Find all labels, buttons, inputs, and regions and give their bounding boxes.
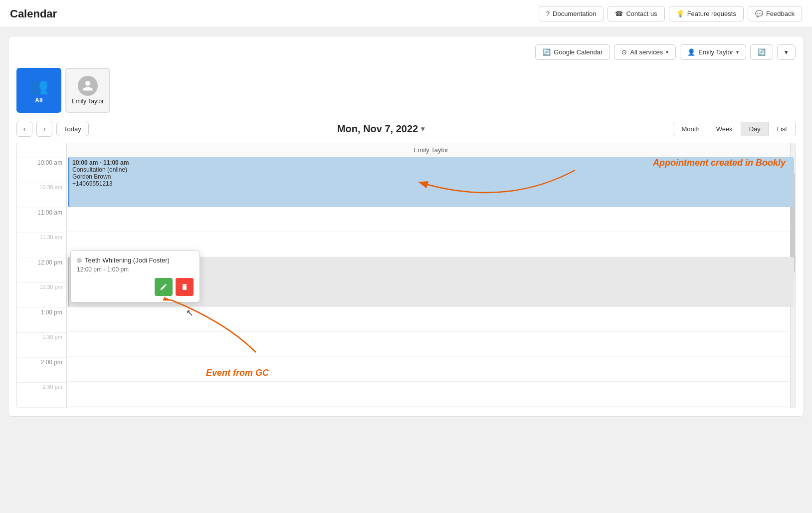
tooltip-edit-button[interactable] <box>155 278 173 296</box>
help-icon: ? <box>546 10 550 17</box>
contact-icon: ☎ <box>615 10 623 17</box>
all-services-button[interactable]: ⊙ All services ▾ <box>614 44 676 60</box>
main-wrapper: 🔄 Google Calendar ⊙ All services ▾ 👤 Emi… <box>0 28 812 513</box>
top-bar: Calendar ? Documentation ☎ Contact us 💡 … <box>0 0 812 28</box>
chevron-down-icon: ▾ <box>666 49 668 55</box>
appt1-service: Consultation (online) <box>72 166 791 173</box>
time-1100: 11:00 am <box>17 208 66 233</box>
time-1230: 12:30 pm <box>17 283 66 308</box>
appt1-client: Gordon Brown <box>72 173 791 180</box>
chevron-down-icon-2: ▾ <box>736 49 739 55</box>
top-bar-actions: ? Documentation ☎ Contact us 💡 Feature r… <box>539 6 802 21</box>
time-1430: 2:30 pm <box>17 383 66 408</box>
time-1130: 11:30 am <box>17 233 66 258</box>
feedback-button[interactable]: 💬 Feedback <box>748 6 802 21</box>
appointment-tooltip: Teeth Whitening (Jodi Foster) 12:00 pm -… <box>70 250 200 302</box>
prev-button[interactable]: ‹ <box>16 121 32 137</box>
app-title: Calendar <box>10 7 57 20</box>
more-button[interactable]: ▾ <box>777 44 796 60</box>
tooltip-delete-button[interactable] <box>176 278 194 296</box>
trash-icon <box>181 283 189 291</box>
emily-taylor-top-button[interactable]: 👤 Emily Taylor ▾ <box>680 44 746 60</box>
edit-icon <box>160 283 168 291</box>
lightbulb-icon: 💡 <box>676 10 684 17</box>
row-1300[interactable] <box>67 307 795 332</box>
chat-icon: 💬 <box>755 10 763 17</box>
calendar-container: 10:00 am 10:30 am 11:00 am 11:30 am 12:0… <box>16 143 796 408</box>
nav-left: ‹ › Today <box>16 121 89 137</box>
calendar-toolbar-top: 🔄 Google Calendar ⊙ All services ▾ 👤 Emi… <box>16 44 796 60</box>
circle-dot-icon: ⊙ <box>621 48 627 56</box>
refresh-icon: 🔄 <box>758 48 766 56</box>
next-button[interactable]: › <box>36 121 52 137</box>
list-view-button[interactable]: List <box>769 122 795 136</box>
time-column: 10:00 am 10:30 am 11:00 am 11:30 am 12:0… <box>17 143 67 408</box>
time-1330: 1:30 pm <box>17 333 66 358</box>
appt1-phone: +14065551213 <box>72 180 791 187</box>
group-icon: 👥 <box>30 77 48 95</box>
refresh-button[interactable]: 🔄 <box>750 44 773 60</box>
avatar <box>78 76 98 96</box>
tooltip-actions <box>77 278 194 296</box>
time-1400: 2:00 pm <box>17 358 66 383</box>
documentation-button[interactable]: ? Documentation <box>539 6 604 21</box>
chevron-down-icon-3: ▾ <box>785 48 788 56</box>
google-calendar-button[interactable]: 🔄 Google Calendar <box>535 44 610 60</box>
time-1030: 10:30 am <box>17 183 66 208</box>
staff-emily-card[interactable]: Emily Taylor <box>65 68 110 113</box>
person-icon: 👤 <box>687 48 695 56</box>
date-title[interactable]: Mon, Nov 7, 2022 ▾ <box>337 123 424 135</box>
tooltip-title: Teeth Whitening (Jodi Foster) <box>77 256 194 264</box>
date-chevron-icon: ▾ <box>421 125 424 133</box>
staff-all-card[interactable]: 👥 All <box>16 68 61 113</box>
contact-us-button[interactable]: ☎ Contact us <box>608 6 664 21</box>
time-1000: 10:00 am <box>17 158 66 183</box>
time-1200: 12:00 pm <box>17 258 66 283</box>
view-buttons: Month Week Day List <box>673 122 796 136</box>
tooltip-dot <box>77 258 82 263</box>
row-1330[interactable] <box>67 332 795 357</box>
sync-icon: 🔄 <box>543 48 551 56</box>
day-view-button[interactable]: Day <box>741 122 769 136</box>
row-1100[interactable] <box>67 207 795 232</box>
time-1300: 1:00 pm <box>17 308 66 333</box>
row-1430[interactable] <box>67 382 795 407</box>
staff-row: 👥 All Emily Taylor <box>16 68 796 113</box>
feature-requests-button[interactable]: 💡 Feature requests <box>669 6 744 21</box>
tooltip-time: 12:00 pm - 1:00 pm <box>77 266 194 273</box>
appt1-time: 10:00 am - 11:00 am <box>72 159 791 166</box>
today-button[interactable]: Today <box>56 122 89 136</box>
week-view-button[interactable]: Week <box>708 122 741 136</box>
month-view-button[interactable]: Month <box>673 122 708 136</box>
nav-row: ‹ › Today Mon, Nov 7, 2022 ▾ Month Week … <box>16 121 796 137</box>
calendar-panel: 🔄 Google Calendar ⊙ All services ▾ 👤 Emi… <box>8 36 804 417</box>
row-1400[interactable] <box>67 357 795 382</box>
appointment-consultation[interactable]: 10:00 am - 11:00 am Consultation (online… <box>68 157 794 207</box>
person-avatar-icon <box>82 80 94 92</box>
day-column-header: Emily Taylor <box>67 143 795 157</box>
